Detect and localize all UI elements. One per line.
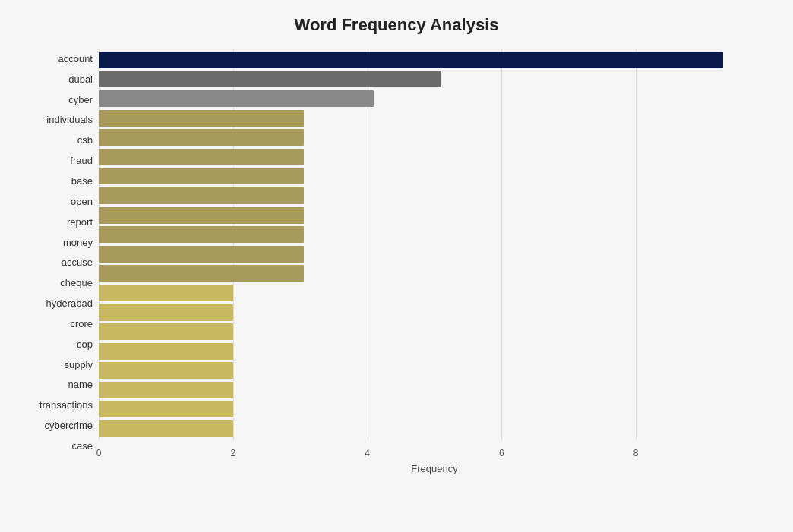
bar-row (99, 322, 770, 342)
y-label-dubai: dubai (68, 69, 93, 90)
bar-row (99, 109, 770, 128)
bar-row (99, 400, 770, 420)
bar-cop (99, 323, 233, 340)
bars-section: 02468 Frequency (99, 49, 770, 474)
bar-cheque (99, 265, 304, 282)
bars-wrapper (99, 49, 770, 440)
y-label-money: money (63, 232, 93, 253)
x-tick-8: 8 (633, 448, 639, 458)
y-label-supply: supply (64, 354, 93, 375)
x-tick-6: 6 (499, 448, 504, 458)
y-label-crore: crore (70, 313, 93, 334)
bar-row (99, 283, 770, 303)
bar-row (99, 127, 770, 147)
bar-row (99, 70, 770, 90)
y-label-name: name (68, 375, 93, 395)
bar-row (99, 303, 770, 323)
bar-row (99, 206, 770, 225)
bar-name (99, 362, 233, 379)
bar-account (99, 52, 723, 68)
bar-dubai (99, 71, 441, 87)
bar-transactions (99, 382, 233, 398)
bar-row (99, 361, 770, 381)
bar-report (99, 207, 304, 224)
bar-cyber (99, 90, 374, 107)
bar-row (99, 186, 770, 206)
bar-row (99, 89, 770, 109)
y-label-cybercrime: cybercrime (44, 415, 93, 436)
bar-row (99, 167, 770, 187)
bar-row (99, 147, 770, 167)
bar-csb (99, 129, 304, 146)
bars-area: 02468 (99, 49, 770, 458)
x-tick-4: 4 (365, 448, 370, 458)
bar-crore (99, 304, 233, 321)
bar-hyderabad (99, 285, 233, 301)
y-label-base: base (71, 171, 93, 191)
bar-individuals (99, 110, 304, 127)
bar-accuse (99, 246, 304, 263)
bar-row (99, 244, 770, 264)
y-label-individuals: individuals (46, 110, 93, 131)
bar-money (99, 226, 304, 243)
bar-case (99, 420, 233, 437)
chart-title: Word Frequency Analysis (23, 15, 770, 35)
y-label-report: report (67, 212, 93, 232)
bar-row (99, 342, 770, 361)
y-label-account: account (58, 49, 93, 69)
y-label-case: case (72, 436, 93, 456)
chart-area: accountdubaicyberindividualscsbfraudbase… (23, 49, 770, 474)
y-label-accuse: accuse (62, 252, 93, 272)
chart-container: Word Frequency Analysis accountdubaicybe… (0, 0, 793, 532)
y-label-csb: csb (77, 130, 93, 150)
y-label-cop: cop (77, 334, 93, 354)
bar-row (99, 225, 770, 244)
y-labels: accountdubaicyberindividualscsbfraudbase… (23, 49, 99, 474)
bar-row (99, 50, 770, 70)
bar-base (99, 168, 304, 184)
bar-fraud (99, 149, 304, 165)
y-label-cyber: cyber (68, 90, 93, 110)
bar-supply (99, 343, 233, 360)
bar-row (99, 380, 770, 400)
y-label-fraud: fraud (70, 150, 93, 171)
y-label-transactions: transactions (39, 395, 93, 415)
x-tick-2: 2 (230, 448, 235, 458)
bar-open (99, 187, 304, 204)
bar-row (99, 419, 770, 439)
y-label-open: open (71, 191, 93, 212)
x-axis: 02468 (99, 440, 770, 458)
x-axis-label: Frequency (99, 463, 770, 474)
y-label-cheque: cheque (60, 272, 93, 293)
y-label-hyderabad: hyderabad (46, 293, 93, 313)
x-tick-0: 0 (96, 448, 102, 458)
bar-row (99, 264, 770, 284)
bar-cybercrime (99, 401, 233, 417)
